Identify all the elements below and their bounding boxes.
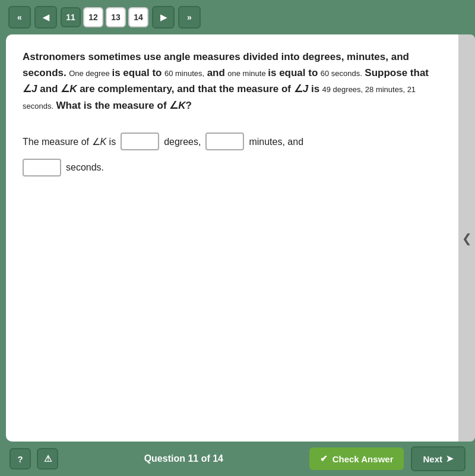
answer-prefix: The measure of ∠K is <box>23 131 116 152</box>
answer-area: The measure of ∠K is degrees, minutes, a… <box>23 131 442 178</box>
question-text: Astronomers sometimes use angle measures… <box>23 49 442 114</box>
bottom-bar: ? ⚠ Question 11 of 14 ✔ Check Answer Nex… <box>0 442 475 476</box>
page-14-button[interactable]: 14 <box>128 7 148 27</box>
seconds-label: seconds. <box>66 157 104 178</box>
question-text-small3: one minute <box>227 69 268 78</box>
first-page-button[interactable]: « <box>8 6 31 29</box>
help-button[interactable]: ? <box>10 448 31 469</box>
question-text-part2: is equal to <box>112 67 162 78</box>
bottom-left-controls: ? ⚠ <box>10 448 58 469</box>
answer-line-1: The measure of ∠K is degrees, minutes, a… <box>23 131 442 152</box>
check-answer-label: Check Answer <box>332 454 394 464</box>
top-navigation: « ◀ 11 12 13 14 ▶ » <box>0 0 475 34</box>
question-text-small1: One degree <box>69 69 112 78</box>
degrees-label: degrees, <box>164 131 201 152</box>
question-text-part4: is equal to <box>268 67 318 78</box>
main-area: Astronomers sometimes use angle measures… <box>0 34 475 442</box>
question-text-small2: 60 minutes, <box>164 69 204 78</box>
next-page-button[interactable]: ▶ <box>152 6 175 29</box>
page-11-button[interactable]: 11 <box>61 7 81 27</box>
next-label: Next <box>423 454 442 464</box>
answer-line-2: seconds. <box>23 157 442 178</box>
prev-page-button[interactable]: ◀ <box>34 6 57 29</box>
last-page-button[interactable]: » <box>178 6 201 29</box>
warning-button[interactable]: ⚠ <box>37 448 58 469</box>
check-answer-button[interactable]: ✔ Check Answer <box>309 447 404 470</box>
question-text-part3: and <box>207 67 225 78</box>
page-12-button[interactable]: 12 <box>83 7 103 27</box>
page-numbers: 11 12 13 14 <box>61 7 148 27</box>
question-text-part6: What is the measure of ∠K? <box>56 100 192 111</box>
question-counter-label: Question 11 of 14 <box>65 453 302 464</box>
next-button[interactable]: Next ➤ <box>411 446 466 471</box>
next-arrow-icon: ➤ <box>446 453 454 464</box>
chevron-left-icon: ❮ <box>462 231 472 245</box>
check-icon: ✔ <box>320 453 328 464</box>
seconds-input[interactable] <box>23 159 61 176</box>
degrees-input[interactable] <box>121 133 159 150</box>
content-card: Astronomers sometimes use angle measures… <box>6 34 458 442</box>
sidebar-toggle[interactable]: ❮ <box>458 34 475 442</box>
question-text-small4: 60 seconds. <box>321 69 362 78</box>
minutes-input[interactable] <box>205 133 244 150</box>
page-13-button[interactable]: 13 <box>106 7 126 27</box>
minutes-label: minutes, and <box>249 131 303 152</box>
